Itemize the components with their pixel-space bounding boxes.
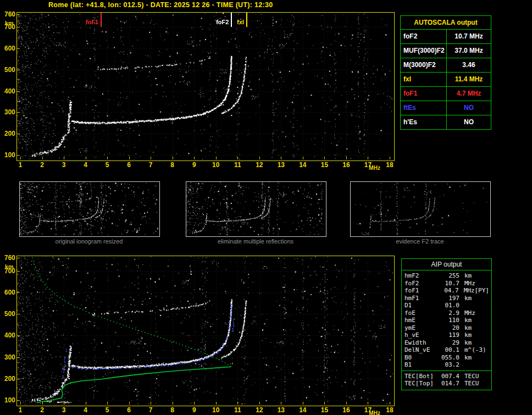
aip-row-label: hmF2 — [402, 272, 439, 280]
x-axis-tick-label: 7 — [146, 407, 156, 413]
thumbnail-caption-no-multiples: eliminate multiple reflections — [186, 238, 325, 245]
autoscala-row-label: MUF(3000)F2 — [401, 44, 447, 58]
autoscala-window: Rome (lat: +41.8, lon: 012.5) - DATE: 20… — [0, 0, 532, 415]
autoscala-row: fxI11.4 MHz — [401, 73, 491, 87]
aip-row-value: 03.2 — [439, 361, 459, 369]
x-axis-tick-label: 3 — [59, 162, 69, 168]
x-axis-tick-label: 14 — [298, 162, 308, 168]
aip-output-table: AIP outputhmF2255kmfoF210.7MHzfoF104.7MH… — [401, 258, 492, 390]
autoscala-row: M(3000)F23.46 — [401, 58, 491, 73]
x-axis-tick-label: 3 — [59, 407, 69, 413]
x-axis-tick-label: 5 — [102, 162, 112, 168]
thumbnail-caption-f2-trace: evidence F2 trace — [350, 238, 490, 245]
y-axis-tick-label: 500 — [1, 311, 15, 317]
x-axis-tick-label: 4 — [81, 162, 91, 168]
aip-row-unit: km — [459, 324, 472, 332]
page-title: Rome (lat: +41.8, lon: 012.5) - DATE: 20… — [48, 1, 273, 9]
aip-row-unit: km — [459, 331, 472, 339]
x-axis-tick-label: 6 — [124, 162, 134, 168]
fxi-marker-line — [246, 13, 247, 27]
autoscala-row-label: foF1 — [401, 87, 447, 101]
aip-row-unit: km — [459, 272, 472, 280]
x-axis-tick-label: 11 — [232, 407, 242, 413]
aip-row-label: B0 — [402, 354, 439, 362]
aip-row: hmE110km — [402, 317, 491, 324]
autoscala-row-value: 37.0 MHz — [447, 44, 491, 58]
aip-row-unit — [459, 361, 464, 369]
aip-row: D101.0 — [402, 302, 491, 309]
aip-row: h_vE119km — [402, 331, 491, 339]
autoscala-row-label: ftEs — [401, 101, 447, 115]
aip-row-value: 00.1 — [439, 346, 459, 354]
y-axis-tick-label: 760 — [1, 254, 15, 261]
aip-row: hmF2255km — [402, 272, 491, 280]
aip-row: foF104.7MHz[PY] — [402, 287, 491, 295]
aip-tec-row: TEC[Bot]007.4TECU — [402, 373, 491, 380]
fof1-marker-line — [101, 13, 102, 27]
thumbnail-f2-trace-canvas — [351, 182, 489, 235]
aip-row-unit — [459, 302, 464, 309]
y-axis-tick-label: 400 — [1, 332, 15, 339]
x-axis-tick-label: 18 — [385, 407, 395, 413]
aip-row: B0055.0km — [402, 354, 491, 362]
x-axis-tick-label: 6 — [124, 407, 134, 413]
x-axis-tick-label: 18 — [385, 162, 395, 168]
x-axis-tick-label: 16 — [341, 162, 351, 168]
autoscala-row-value: NO — [447, 115, 491, 129]
fxi-marker-label: fxI — [221, 19, 244, 25]
aip-row-unit: TECU — [459, 373, 479, 380]
aip-row-unit: km — [459, 295, 472, 302]
ionogram-plot-scaled — [16, 12, 395, 161]
y-axis-tick-label: 760 — [1, 11, 15, 18]
autoscala-row-label: h'Es — [401, 115, 447, 129]
ionogram-plot-profile — [16, 256, 395, 406]
x-axis-tick-label: 14 — [298, 407, 308, 413]
x-axis-tick-label: 10 — [211, 407, 221, 413]
aip-row-value: 10.7 — [439, 280, 459, 287]
y-axis-unit-label: km — [5, 20, 14, 26]
x-axis-tick-label: 7 — [146, 162, 156, 168]
x-axis-tick-label: 16 — [341, 407, 351, 413]
x-axis-tick-label: 2 — [37, 162, 47, 168]
aip-row-label: foF1 — [402, 287, 438, 295]
aip-row-value: 014.7 — [439, 380, 459, 388]
aip-row-value: 255 — [439, 272, 459, 280]
aip-row-label: foF2 — [402, 280, 439, 287]
aip-row-label: DelN_vE — [402, 346, 439, 354]
y-axis-tick-label: 100 — [1, 152, 15, 158]
x-axis-tick-label: 1 — [15, 162, 25, 168]
ionogram-canvas-scaled — [17, 13, 393, 159]
x-axis-tick-label: 2 — [37, 407, 47, 413]
aip-row-value: 04.7 — [438, 287, 458, 295]
aip-row-value: 055.0 — [439, 354, 459, 362]
autoscala-table-title: AUTOSCALA output — [401, 16, 491, 30]
y-axis-tick-label: 100 — [1, 397, 15, 403]
aip-row-label: hmE — [402, 317, 439, 324]
aip-row-note: [PY] — [475, 287, 492, 295]
y-axis-tick-label: 300 — [1, 354, 15, 361]
x-axis-tick-label: 5 — [102, 407, 112, 413]
x-axis-tick-label: 1 — [15, 407, 25, 413]
aip-row: foF210.7MHz — [402, 280, 491, 287]
aip-row-value: 2.9 — [439, 309, 459, 317]
x-axis-tick-label: 11 — [232, 162, 242, 168]
aip-row-unit: m^(-3) — [459, 346, 486, 354]
thumbnail-caption-original: original ionogram resized — [19, 238, 159, 245]
aip-row: ymE20km — [402, 324, 491, 332]
x-axis-tick-label: 13 — [276, 162, 286, 168]
x-axis-tick-label: 15 — [319, 162, 329, 168]
aip-row-value: 20 — [439, 324, 459, 332]
thumbnail-original-ionogram — [19, 181, 160, 237]
autoscala-row-label: M(3000)F2 — [401, 58, 447, 72]
y-axis-tick-label: 200 — [1, 130, 15, 137]
aip-row: Ewidth29km — [402, 339, 491, 347]
aip-row-value: 01.0 — [439, 302, 459, 309]
autoscala-output-table: AUTOSCALA outputfoF210.7 MHzMUF(3000)F23… — [400, 15, 491, 130]
autoscala-row: foF210.7 MHz — [401, 30, 491, 44]
y-axis-tick-label: 600 — [1, 289, 15, 296]
aip-row-unit: TECU — [459, 380, 479, 388]
aip-row-label: foE — [402, 309, 439, 317]
autoscala-row-value: 4.7 MHz — [447, 87, 491, 101]
aip-row: B103.2 — [402, 361, 491, 369]
aip-row-unit: km — [459, 317, 472, 324]
